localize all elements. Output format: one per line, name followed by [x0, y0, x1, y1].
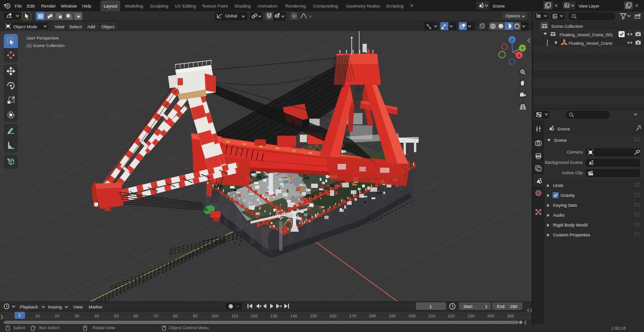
svg-text:X: X	[518, 53, 520, 58]
svg-text:Y: Y	[521, 46, 524, 51]
svg-text:Z: Z	[511, 38, 513, 42]
